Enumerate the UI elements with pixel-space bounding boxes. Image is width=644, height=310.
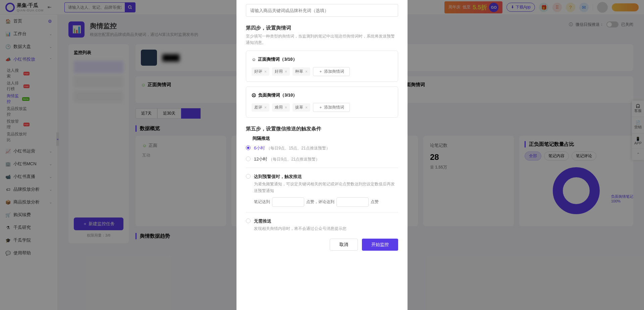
add-negative-tag-button[interactable]: ＋ 添加舆情词 (313, 103, 350, 112)
step4-description: 至少填写一种类型的舆情词，当监测到的笔记中出现这些舆情词时，系统将发送预警通知消… (246, 33, 398, 46)
tag-remove-icon[interactable]: × (305, 105, 308, 110)
tag-remove-icon[interactable]: × (264, 69, 267, 74)
monitor-config-modal: 0/30 第四步，设置舆情词 至少填写一种类型的舆情词，当监测到的笔记中出现这些… (236, 0, 408, 310)
radio-icon (246, 219, 251, 223)
sentiment-tag: 好用× (272, 67, 290, 76)
positive-words-box: ☺正面舆情词（3/10） 好评× 好用× 种草× ＋ 添加舆情词 (246, 51, 398, 82)
radio-option-12h[interactable]: 12小时（每日9点、21点推送预警） (246, 156, 398, 162)
cancel-button[interactable]: 取消 (330, 239, 358, 251)
sentiment-tag: 好评× (252, 67, 269, 76)
radio-option-6h[interactable]: 6小时（每日9点、15点、21点推送预警） (246, 145, 398, 151)
sentiment-tag: 种草× (292, 67, 310, 76)
smile-icon: ☺ (252, 57, 256, 62)
keyword-input[interactable] (246, 4, 398, 17)
radio-icon (246, 157, 251, 161)
modal-footer: 取消 开始监控 (246, 239, 398, 251)
frown-icon: ☹ (252, 93, 256, 98)
add-positive-tag-button[interactable]: ＋ 添加舆情词 (313, 67, 350, 76)
radio-option-none[interactable]: 无需推送 发现相关舆情内容时，将不会通过公众号消息提示您 (246, 218, 398, 232)
tag-remove-icon[interactable]: × (264, 105, 267, 110)
step5-title: 第五步，设置微信推送的触发条件 (246, 126, 398, 132)
start-monitor-button[interactable]: 开始监控 (362, 239, 398, 251)
comment-threshold-input[interactable] (336, 197, 369, 207)
note-threshold-input[interactable] (272, 197, 304, 207)
interval-push-subtitle: 间隔推送 (253, 135, 398, 141)
modal-overlay[interactable]: 0/30 第四步，设置舆情词 至少填写一种类型的舆情词，当监测到的笔记中出现这些… (0, 0, 644, 310)
step4-title: 第四步，设置舆情词 (246, 25, 398, 31)
radio-icon (246, 145, 251, 150)
sentiment-tag: 差评× (252, 103, 269, 112)
tag-remove-icon[interactable]: × (305, 69, 308, 74)
tag-remove-icon[interactable]: × (285, 105, 287, 110)
tag-remove-icon[interactable]: × (285, 69, 287, 74)
sentiment-tag: 难用× (272, 103, 290, 112)
sentiment-tag: 拔草× (292, 103, 310, 112)
negative-words-box: ☹负面舆情词（3/10） 差评× 难用× 拔草× ＋ 添加舆情词 (246, 86, 398, 118)
radio-icon (246, 174, 251, 179)
radio-option-threshold[interactable]: 达到预警值时，触发推送 为避免频繁通知，可设定关键词相关的笔记或评论点赞数达到您… (246, 173, 398, 206)
